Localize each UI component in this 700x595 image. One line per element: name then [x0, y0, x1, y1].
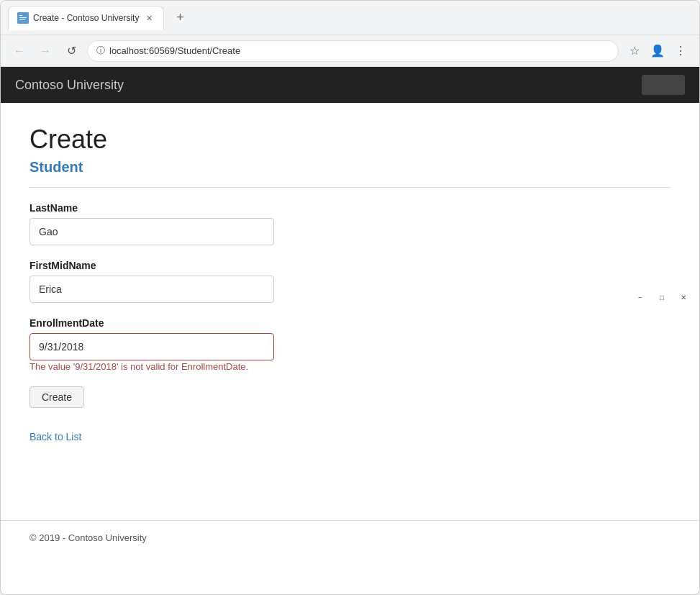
menu-button[interactable]: ⋮	[671, 41, 691, 61]
back-to-list-link[interactable]: Back to List	[29, 431, 671, 442]
navbar-right-placeholder	[642, 75, 685, 95]
first-mid-name-label: FirstMidName	[29, 260, 671, 271]
last-name-input[interactable]	[29, 218, 274, 245]
svg-rect-2	[19, 17, 27, 18]
browser-window: Create - Contoso University ✕ + − □ ✕ ← …	[0, 0, 700, 595]
browser-tab[interactable]: Create - Contoso University ✕	[8, 6, 164, 30]
maximize-button[interactable]: □	[657, 293, 667, 303]
page-title: Create	[29, 124, 671, 155]
enrollment-date-group: EnrollmentDate The value '9/31/2018' is …	[29, 317, 671, 372]
enrollment-date-label: EnrollmentDate	[29, 317, 671, 329]
svg-rect-3	[19, 19, 25, 20]
first-mid-name-group: FirstMidName	[29, 260, 671, 303]
back-button[interactable]: ←	[9, 41, 29, 61]
bookmark-button[interactable]: ☆	[624, 41, 645, 61]
create-button[interactable]: Create	[29, 386, 84, 408]
new-tab-button[interactable]: +	[170, 8, 190, 28]
footer-text: © 2019 - Contoso University	[29, 532, 147, 543]
app-navbar: Contoso University	[1, 67, 699, 103]
create-button-container: Create	[29, 386, 671, 419]
enrollment-date-error: The value '9/31/2018' is not valid for E…	[29, 361, 248, 372]
close-button[interactable]: ✕	[678, 293, 688, 303]
divider	[29, 187, 671, 188]
browser-toolbar: ← → ↺ ⓘ localhost:60569/Student/Create ☆…	[1, 35, 699, 67]
svg-rect-1	[19, 15, 22, 16]
toolbar-right-buttons: ☆ 👤 ⋮	[624, 41, 691, 61]
app-footer: © 2019 - Contoso University	[1, 520, 699, 555]
tab-title: Create - Contoso University	[33, 13, 139, 23]
profile-button[interactable]: 👤	[647, 41, 668, 61]
lock-icon: ⓘ	[96, 45, 105, 57]
forward-button[interactable]: →	[35, 41, 55, 61]
reload-button[interactable]: ↺	[61, 41, 81, 61]
url-text: localhost:60569/Student/Create	[109, 45, 609, 56]
last-name-group: LastName	[29, 202, 671, 245]
app-brand: Contoso University	[15, 78, 124, 93]
tab-close-button[interactable]: ✕	[143, 12, 155, 24]
address-bar[interactable]: ⓘ localhost:60569/Student/Create	[87, 40, 619, 62]
app-content: Create Student LastName FirstMidName Enr…	[1, 103, 699, 520]
browser-titlebar: Create - Contoso University ✕ + − □ ✕	[1, 1, 699, 35]
tab-favicon-icon	[17, 12, 29, 24]
section-title: Student	[29, 159, 671, 176]
first-mid-name-input[interactable]	[29, 276, 274, 303]
enrollment-date-input[interactable]	[29, 333, 274, 360]
minimize-button[interactable]: −	[635, 293, 645, 303]
last-name-label: LastName	[29, 202, 671, 214]
